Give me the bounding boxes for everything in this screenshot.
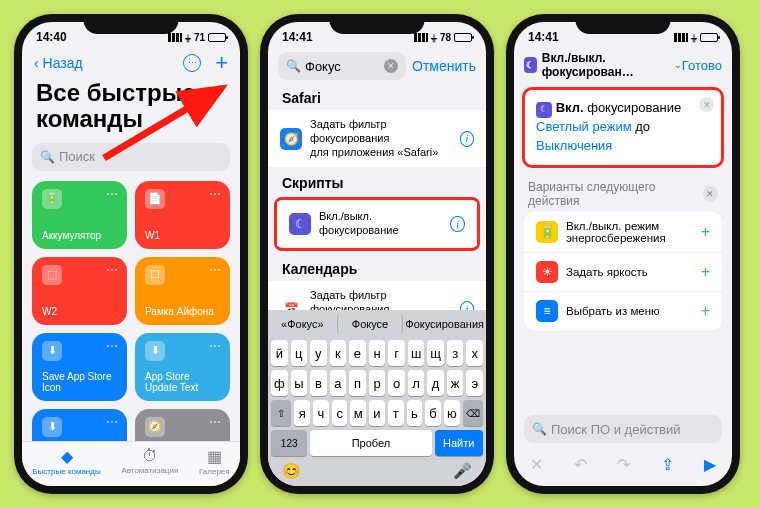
suggestion-cell[interactable]: ☀ Задать яркость + — [524, 253, 722, 292]
key[interactable]: п — [349, 370, 366, 396]
until-param[interactable]: Выключения — [536, 138, 612, 153]
dismiss-suggestions-icon[interactable]: ✕ — [703, 186, 718, 202]
tile-menu-icon[interactable]: ⋯ — [106, 415, 119, 429]
shortcut-tile[interactable]: ⋯ 🧭 Short Link — [135, 409, 230, 441]
mic-icon[interactable]: 🎤 — [453, 462, 472, 480]
search-input[interactable]: 🔍 Поиск — [32, 143, 230, 171]
key[interactable]: я — [294, 400, 310, 426]
search-icon: 🔍 — [532, 422, 547, 436]
key[interactable]: б — [425, 400, 441, 426]
actions-search[interactable]: 🔍 Поиск ПО и действий — [524, 415, 722, 443]
key[interactable]: ы — [291, 370, 308, 396]
tile-menu-icon[interactable]: ⋯ — [209, 187, 222, 201]
key[interactable]: е — [349, 340, 366, 366]
key[interactable]: ш — [408, 340, 425, 366]
close-button[interactable]: ✕ — [530, 455, 543, 474]
key[interactable]: о — [388, 370, 405, 396]
section-header: Safari — [268, 82, 486, 110]
key[interactable]: н — [369, 340, 386, 366]
key[interactable]: у — [310, 340, 327, 366]
key[interactable]: к — [330, 340, 347, 366]
tile-menu-icon[interactable]: ⋯ — [209, 263, 222, 277]
key[interactable]: т — [388, 400, 404, 426]
key[interactable]: ч — [313, 400, 329, 426]
info-icon[interactable]: i — [450, 216, 465, 232]
key[interactable]: з — [447, 340, 464, 366]
suggestion-cell[interactable]: ≡ Выбрать из меню + — [524, 292, 722, 330]
focus-mode-param[interactable]: Светлый режим — [536, 119, 632, 134]
key[interactable]: р — [369, 370, 386, 396]
tile-menu-icon[interactable]: ⋯ — [106, 339, 119, 353]
key[interactable]: ц — [291, 340, 308, 366]
tab-icon: ◆ — [61, 447, 73, 466]
shortcut-title[interactable]: Вкл./выкл. фокусирован… — [542, 51, 669, 79]
shortcut-tile[interactable]: ⋯ ⬇ Save App Store Icon — [32, 333, 127, 401]
info-icon[interactable]: i — [460, 131, 474, 147]
add-icon[interactable]: + — [701, 302, 710, 320]
key-enter[interactable]: Найти — [435, 430, 483, 456]
add-icon[interactable]: + — [701, 263, 710, 281]
shortcut-tile[interactable]: ⋯ ⬇ App Store Update Text — [135, 333, 230, 401]
kb-suggestion[interactable]: «Фокус» — [270, 314, 335, 334]
shortcut-tile[interactable]: ⋯ ⬇ Save App Store Screenshots — [32, 409, 127, 441]
key[interactable]: щ — [427, 340, 444, 366]
action-cell[interactable]: ☾ Вкл./выкл. фокусирование i — [277, 202, 477, 246]
key[interactable]: ж — [447, 370, 464, 396]
key[interactable]: ю — [444, 400, 460, 426]
key[interactable]: д — [427, 370, 444, 396]
undo-icon[interactable]: ↶ — [574, 455, 587, 474]
info-icon[interactable]: i — [460, 301, 474, 310]
play-button[interactable]: ▶ — [704, 455, 716, 474]
search-input[interactable]: 🔍 Фокус ✕ — [278, 52, 406, 80]
add-icon[interactable]: + — [701, 223, 710, 241]
key[interactable]: э — [466, 370, 483, 396]
keyboard[interactable]: «Фокус»ФокусеФокусирования йцукенгшщзхфы… — [268, 310, 486, 486]
tile-menu-icon[interactable]: ⋯ — [209, 339, 222, 353]
key[interactable]: л — [408, 370, 425, 396]
key[interactable]: и — [369, 400, 385, 426]
key[interactable]: в — [310, 370, 327, 396]
suggestion-cell[interactable]: 🔋 Вкл./выкл. режим энергосбережения + — [524, 212, 722, 253]
tile-menu-icon[interactable]: ⋯ — [106, 187, 119, 201]
tab-item[interactable]: ⏱ Автоматизация — [121, 447, 178, 476]
tab-item[interactable]: ◆ Быстрые команды — [32, 447, 100, 476]
chevron-down-icon[interactable]: ⌄ — [674, 60, 682, 70]
remove-action-icon[interactable]: ✕ — [699, 97, 714, 112]
action-card[interactable]: ✕ ☾ Вкл. фокусирование Светлый режим до … — [524, 89, 722, 166]
key[interactable]: с — [332, 400, 348, 426]
action-cell[interactable]: 🧭 Задать фильтр фокусированиядля приложе… — [268, 110, 486, 167]
tile-icon: ⬚ — [42, 265, 62, 285]
key[interactable]: а — [330, 370, 347, 396]
action-cell[interactable]: 📅 Задать фильтр фокусированиядля приложе… — [268, 281, 486, 310]
phone-3: 14:41 ⏚ ☾ Вкл./выкл. фокусирован… ⌄ Гото… — [506, 14, 740, 494]
tab-item[interactable]: ▦ Галерея — [199, 447, 230, 476]
tile-menu-icon[interactable]: ⋯ — [209, 415, 222, 429]
key-space[interactable]: Пробел — [310, 430, 431, 456]
done-button[interactable]: Готово — [682, 58, 722, 73]
redo-icon[interactable]: ↷ — [617, 455, 630, 474]
kb-suggestion[interactable]: Фокусе — [337, 314, 404, 334]
key[interactable]: м — [350, 400, 366, 426]
clear-icon[interactable]: ✕ — [384, 59, 398, 73]
key-123[interactable]: 123 — [271, 430, 307, 456]
emoji-icon[interactable]: 😊 — [282, 462, 301, 480]
key[interactable]: ф — [271, 370, 288, 396]
shortcut-tile[interactable]: ⋯ ⬚ W2 — [32, 257, 127, 325]
key[interactable]: й — [271, 340, 288, 366]
cancel-button[interactable]: Отменить — [412, 58, 476, 74]
key[interactable]: х — [466, 340, 483, 366]
key[interactable]: ⌫ — [463, 400, 483, 426]
kb-suggestion[interactable]: Фокусирования — [405, 314, 484, 334]
tile-menu-icon[interactable]: ⋯ — [106, 263, 119, 277]
tile-icon: 🔋 — [42, 189, 62, 209]
shortcut-tile[interactable]: ⋯ ☐ Рамка Айфона — [135, 257, 230, 325]
shortcut-tile[interactable]: ⋯ 📄 W1 — [135, 181, 230, 249]
add-button[interactable]: + — [215, 50, 228, 76]
share-icon[interactable]: ⇪ — [661, 455, 674, 474]
shortcut-tile[interactable]: ⋯ 🔋 Аккумулятор — [32, 181, 127, 249]
key[interactable]: ⇧ — [271, 400, 291, 426]
more-icon[interactable]: ⋯ — [183, 54, 201, 72]
key[interactable]: г — [388, 340, 405, 366]
back-button[interactable]: ‹ Назад — [34, 55, 83, 71]
key[interactable]: ь — [407, 400, 423, 426]
